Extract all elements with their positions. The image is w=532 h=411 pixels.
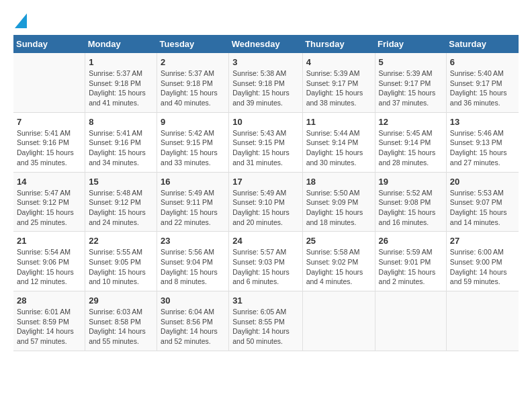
calendar-cell: 12Sunrise: 5:45 AM Sunset: 9:14 PM Dayli… xyxy=(375,112,446,172)
week-row-4: 21Sunrise: 5:54 AM Sunset: 9:06 PM Dayli… xyxy=(13,232,519,291)
day-info: Sunrise: 5:55 AM Sunset: 9:05 PM Dayligh… xyxy=(89,247,153,287)
calendar-cell: 14Sunrise: 5:47 AM Sunset: 9:12 PM Dayli… xyxy=(13,172,85,232)
day-number: 5 xyxy=(379,57,443,67)
calendar-cell: 2Sunrise: 5:37 AM Sunset: 9:18 PM Daylig… xyxy=(157,53,229,112)
calendar-cell: 31Sunrise: 6:05 AM Sunset: 8:55 PM Dayli… xyxy=(229,291,302,351)
day-number: 17 xyxy=(232,177,298,187)
day-info: Sunrise: 5:40 AM Sunset: 9:17 PM Dayligh… xyxy=(450,68,515,108)
column-header-tuesday: Tuesday xyxy=(157,35,229,53)
calendar-cell: 17Sunrise: 5:49 AM Sunset: 9:10 PM Dayli… xyxy=(229,172,302,232)
calendar-cell: 16Sunrise: 5:49 AM Sunset: 9:11 PM Dayli… xyxy=(157,172,229,232)
calendar-cell: 11Sunrise: 5:44 AM Sunset: 9:14 PM Dayli… xyxy=(302,112,375,172)
day-number: 25 xyxy=(306,236,371,246)
day-info: Sunrise: 5:47 AM Sunset: 9:12 PM Dayligh… xyxy=(17,188,81,228)
day-info: Sunrise: 5:42 AM Sunset: 9:15 PM Dayligh… xyxy=(161,128,225,168)
calendar-cell: 25Sunrise: 5:58 AM Sunset: 9:02 PM Dayli… xyxy=(302,232,375,291)
day-number: 23 xyxy=(161,236,225,246)
day-info: Sunrise: 5:54 AM Sunset: 9:06 PM Dayligh… xyxy=(17,247,81,287)
calendar-cell xyxy=(13,53,85,112)
calendar-cell: 9Sunrise: 5:42 AM Sunset: 9:15 PM Daylig… xyxy=(157,112,229,172)
day-number: 16 xyxy=(161,177,225,187)
calendar-cell: 24Sunrise: 5:57 AM Sunset: 9:03 PM Dayli… xyxy=(229,232,302,291)
day-number: 28 xyxy=(17,295,81,306)
day-number: 24 xyxy=(232,236,298,246)
calendar-cell: 3Sunrise: 5:38 AM Sunset: 9:18 PM Daylig… xyxy=(229,53,302,112)
day-info: Sunrise: 5:41 AM Sunset: 9:16 PM Dayligh… xyxy=(17,128,81,168)
calendar-cell: 4Sunrise: 5:39 AM Sunset: 9:17 PM Daylig… xyxy=(302,53,375,112)
calendar-cell: 29Sunrise: 6:03 AM Sunset: 8:58 PM Dayli… xyxy=(85,291,157,351)
calendar-cell: 10Sunrise: 5:43 AM Sunset: 9:15 PM Dayli… xyxy=(229,112,302,172)
day-number: 15 xyxy=(89,177,153,187)
svg-marker-0 xyxy=(15,13,27,28)
day-number: 13 xyxy=(450,117,515,127)
day-info: Sunrise: 5:43 AM Sunset: 9:15 PM Dayligh… xyxy=(232,128,298,168)
day-info: Sunrise: 5:41 AM Sunset: 9:16 PM Dayligh… xyxy=(89,128,153,168)
day-info: Sunrise: 5:49 AM Sunset: 9:10 PM Dayligh… xyxy=(232,188,298,228)
day-info: Sunrise: 5:56 AM Sunset: 9:04 PM Dayligh… xyxy=(161,247,225,287)
column-header-row: SundayMondayTuesdayWednesdayThursdayFrid… xyxy=(13,35,519,53)
calendar-cell: 6Sunrise: 5:40 AM Sunset: 9:17 PM Daylig… xyxy=(446,53,519,112)
day-info: Sunrise: 5:39 AM Sunset: 9:17 PM Dayligh… xyxy=(306,68,371,108)
calendar-cell: 1Sunrise: 5:37 AM Sunset: 9:18 PM Daylig… xyxy=(85,53,157,112)
calendar-cell: 5Sunrise: 5:39 AM Sunset: 9:17 PM Daylig… xyxy=(375,53,446,112)
day-number: 7 xyxy=(17,117,81,127)
column-header-sunday: Sunday xyxy=(13,35,85,53)
calendar-table: SundayMondayTuesdayWednesdayThursdayFrid… xyxy=(13,35,519,351)
calendar-cell: 20Sunrise: 5:53 AM Sunset: 9:07 PM Dayli… xyxy=(446,172,519,232)
day-info: Sunrise: 5:49 AM Sunset: 9:11 PM Dayligh… xyxy=(161,188,225,228)
column-header-friday: Friday xyxy=(375,35,446,53)
calendar-cell xyxy=(375,291,446,351)
day-number: 9 xyxy=(161,117,225,127)
page-header xyxy=(13,13,519,28)
day-number: 11 xyxy=(306,117,371,127)
day-info: Sunrise: 5:39 AM Sunset: 9:17 PM Dayligh… xyxy=(379,68,443,108)
day-info: Sunrise: 5:52 AM Sunset: 9:08 PM Dayligh… xyxy=(379,188,443,228)
day-info: Sunrise: 5:37 AM Sunset: 9:18 PM Dayligh… xyxy=(161,68,225,108)
day-number: 19 xyxy=(379,177,443,187)
week-row-2: 7Sunrise: 5:41 AM Sunset: 9:16 PM Daylig… xyxy=(13,112,519,172)
column-header-wednesday: Wednesday xyxy=(229,35,302,53)
calendar-cell: 8Sunrise: 5:41 AM Sunset: 9:16 PM Daylig… xyxy=(85,112,157,172)
day-number: 21 xyxy=(17,236,81,246)
day-info: Sunrise: 5:50 AM Sunset: 9:09 PM Dayligh… xyxy=(306,188,371,228)
day-info: Sunrise: 6:03 AM Sunset: 8:58 PM Dayligh… xyxy=(89,307,153,347)
day-number: 26 xyxy=(379,236,443,246)
calendar-cell: 21Sunrise: 5:54 AM Sunset: 9:06 PM Dayli… xyxy=(13,232,85,291)
day-info: Sunrise: 5:44 AM Sunset: 9:14 PM Dayligh… xyxy=(306,128,371,168)
calendar-cell: 7Sunrise: 5:41 AM Sunset: 9:16 PM Daylig… xyxy=(13,112,85,172)
day-info: Sunrise: 5:46 AM Sunset: 9:13 PM Dayligh… xyxy=(450,128,515,168)
day-info: Sunrise: 5:59 AM Sunset: 9:01 PM Dayligh… xyxy=(379,247,443,287)
day-number: 10 xyxy=(232,117,298,127)
calendar-cell: 19Sunrise: 5:52 AM Sunset: 9:08 PM Dayli… xyxy=(375,172,446,232)
day-info: Sunrise: 5:37 AM Sunset: 9:18 PM Dayligh… xyxy=(89,68,153,108)
day-number: 2 xyxy=(161,57,225,67)
calendar-cell: 13Sunrise: 5:46 AM Sunset: 9:13 PM Dayli… xyxy=(446,112,519,172)
day-number: 14 xyxy=(17,177,81,187)
day-info: Sunrise: 6:04 AM Sunset: 8:56 PM Dayligh… xyxy=(161,307,225,347)
day-info: Sunrise: 5:58 AM Sunset: 9:02 PM Dayligh… xyxy=(306,247,371,287)
logo-icon xyxy=(15,13,27,28)
calendar-cell: 15Sunrise: 5:48 AM Sunset: 9:12 PM Dayli… xyxy=(85,172,157,232)
calendar-cell xyxy=(446,291,519,351)
day-number: 31 xyxy=(232,295,298,306)
day-number: 27 xyxy=(450,236,515,246)
day-number: 4 xyxy=(306,57,371,67)
calendar-cell xyxy=(302,291,375,351)
week-row-5: 28Sunrise: 6:01 AM Sunset: 8:59 PM Dayli… xyxy=(13,291,519,351)
week-row-3: 14Sunrise: 5:47 AM Sunset: 9:12 PM Dayli… xyxy=(13,172,519,232)
calendar-cell: 23Sunrise: 5:56 AM Sunset: 9:04 PM Dayli… xyxy=(157,232,229,291)
day-number: 6 xyxy=(450,57,515,67)
day-info: Sunrise: 5:53 AM Sunset: 9:07 PM Dayligh… xyxy=(450,188,515,228)
calendar-cell: 22Sunrise: 5:55 AM Sunset: 9:05 PM Dayli… xyxy=(85,232,157,291)
column-header-saturday: Saturday xyxy=(446,35,519,53)
day-number: 12 xyxy=(379,117,443,127)
column-header-monday: Monday xyxy=(85,35,157,53)
day-info: Sunrise: 5:38 AM Sunset: 9:18 PM Dayligh… xyxy=(232,68,298,108)
calendar-cell: 28Sunrise: 6:01 AM Sunset: 8:59 PM Dayli… xyxy=(13,291,85,351)
calendar-cell: 27Sunrise: 6:00 AM Sunset: 9:00 PM Dayli… xyxy=(446,232,519,291)
calendar-cell: 30Sunrise: 6:04 AM Sunset: 8:56 PM Dayli… xyxy=(157,291,229,351)
column-header-thursday: Thursday xyxy=(302,35,375,53)
day-number: 20 xyxy=(450,177,515,187)
day-number: 8 xyxy=(89,117,153,127)
week-row-1: 1Sunrise: 5:37 AM Sunset: 9:18 PM Daylig… xyxy=(13,53,519,112)
